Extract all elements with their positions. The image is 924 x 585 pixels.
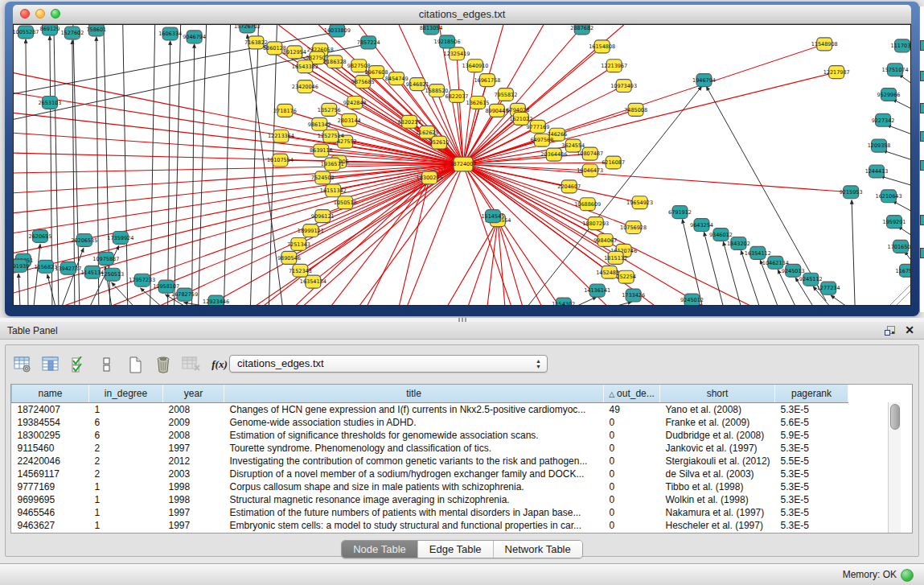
graph-edge[interactable] [576, 297, 597, 305]
graph-node[interactable]: 10055287 [14, 26, 39, 39]
graph-node[interactable]: 9643254 [690, 219, 713, 232]
graph-node[interactable]: 758601 [86, 25, 106, 36]
tab-network-table[interactable]: Network Table [494, 541, 582, 558]
table-cell[interactable]: 9463627 [12, 519, 89, 532]
graph-edge[interactable] [683, 220, 703, 305]
graph-node[interactable]: 9861342 [308, 117, 331, 130]
graph-node[interactable]: 18724007 [450, 157, 476, 171]
graph-edge[interactable] [463, 164, 511, 305]
table-cell[interactable]: Estimation of the future numbers of pati… [224, 506, 604, 519]
graph-edge[interactable] [34, 244, 40, 305]
graph-node[interactable]: 1050518 [334, 196, 357, 209]
graph-node[interactable]: 1167534 [896, 264, 910, 277]
graph-edge[interactable] [168, 41, 170, 305]
graph-node[interactable]: 10688609 [574, 198, 601, 211]
table-cell[interactable]: 18724007 [12, 403, 89, 417]
graph-node[interactable]: 1352756 [318, 103, 341, 116]
table-cell[interactable]: 9777169 [12, 480, 89, 493]
graph-node[interactable]: 9227342 [872, 113, 895, 126]
graph-edge[interactable] [704, 233, 723, 305]
network-window-titlebar[interactable]: citations_edges.txt [13, 5, 911, 24]
graph-edge[interactable] [614, 302, 632, 305]
table-cell[interactable]: 14569117 [12, 468, 89, 480]
graph-node[interactable]: 19218506 [434, 35, 461, 48]
graph-node[interactable]: 2620655 [29, 230, 52, 243]
graph-node[interactable]: 17016504 [888, 240, 910, 253]
table-cell[interactable]: Wolkin et al. (1998) [660, 493, 775, 506]
table-cell[interactable]: Changes of HCN gene expression and I(f) … [224, 403, 604, 417]
table-cell[interactable]: 1997 [163, 506, 224, 519]
graph-node[interactable]: 9096121 [311, 210, 335, 223]
table-row[interactable]: 1938455462009Genome-wide association stu… [12, 416, 848, 429]
graph-node[interactable]: 2718176 [273, 104, 297, 117]
table-cell[interactable]: 0 [604, 480, 660, 493]
graph-node[interactable]: 252254 [616, 270, 636, 283]
table-cell[interactable]: 2008 [163, 429, 224, 442]
graph-node[interactable]: 12213967 [601, 60, 627, 72]
table-cell[interactable]: 6 [89, 416, 163, 429]
table-cell[interactable]: Structural magnetic resonance image aver… [224, 493, 604, 506]
table-cell[interactable]: Investigating the contribution of common… [224, 455, 604, 468]
graph-node[interactable]: 9215953 [840, 186, 863, 199]
graph-node[interactable]: 8813054 [420, 25, 443, 35]
graph-node[interactable]: 11548908 [811, 38, 838, 51]
table-cell[interactable]: 5.9E-5 [775, 429, 848, 442]
table-vertical-scrollbar[interactable] [888, 402, 901, 533]
close-panel-icon[interactable]: ✕ [905, 324, 914, 336]
graph-node[interactable]: 1733426 [622, 289, 645, 302]
graph-edge[interactable] [141, 288, 162, 305]
table-cell[interactable]: 9115460 [12, 442, 89, 455]
table-cell[interactable]: Franke et al. (2009) [660, 416, 775, 429]
graph-node[interactable]: 10756928 [620, 221, 647, 234]
table-cell[interactable]: 5.5E-5 [775, 455, 848, 468]
graph-node[interactable]: 9245112 [799, 273, 823, 286]
float-panel-icon[interactable] [885, 325, 895, 336]
table-cell[interactable]: 0 [604, 468, 660, 480]
table-row[interactable]: 1830029562008Estimation of significance … [12, 429, 848, 442]
table-cell[interactable]: 9699695 [12, 493, 89, 506]
table-row[interactable]: 969969511998Structural magnetic resonanc… [12, 493, 848, 506]
graph-edge[interactable] [14, 73, 463, 164]
table-cell[interactable]: 1 [89, 480, 163, 493]
graph-node[interactable]: 20206535 [71, 234, 97, 247]
table-select-dropdown[interactable]: citations_edges.txt ▲▼ [229, 355, 548, 373]
table-cell[interactable]: 2 [89, 442, 163, 455]
table-cell[interactable]: Tibbo et al. (1998) [660, 480, 775, 493]
graph-node[interactable]: 891939 [14, 259, 29, 272]
table-cell[interactable]: Hescheler et al. (1997) [660, 519, 775, 532]
graph-node[interactable]: 7857224 [357, 36, 380, 49]
table-row[interactable]: 946554611997Estimation of the future num… [12, 506, 848, 519]
graph-edge[interactable] [831, 295, 847, 305]
table-cell[interactable]: de Silva et al. (2003) [660, 468, 775, 480]
graph-edge[interactable] [14, 164, 463, 233]
graph-node[interactable]: 9245013 [782, 264, 805, 277]
table-cell[interactable]: Nakamura et al. (1997) [660, 506, 775, 519]
graph-node[interactable]: 8454749 [385, 72, 409, 85]
graph-edge[interactable] [463, 164, 608, 305]
graph-node[interactable]: 7485008 [624, 103, 647, 116]
graph-node[interactable]: 2653103 [38, 96, 61, 109]
table-cell[interactable]: Estimation of significance thresholds fo… [224, 429, 604, 442]
graph-edge[interactable] [14, 32, 335, 94]
function-builder-button[interactable]: f(x) [209, 354, 230, 375]
table-cell[interactable]: 1997 [163, 519, 224, 532]
table-cell[interactable]: Jankovic et al. (1997) [660, 442, 775, 455]
graph-node[interactable]: 8990448 [485, 104, 508, 117]
row-height-button[interactable] [97, 354, 117, 375]
table-cell[interactable]: 1998 [163, 493, 224, 506]
graph-node[interactable]: 1843202 [727, 237, 750, 249]
graph-edge[interactable] [887, 125, 910, 134]
table-cell[interactable]: 2 [89, 468, 163, 480]
table-cell[interactable]: 2009 [163, 416, 224, 429]
graph-node[interactable]: 12217987 [823, 66, 850, 79]
tab-node-table[interactable]: Node Table [342, 541, 418, 558]
graph-node[interactable]: 6216087 [602, 156, 625, 169]
table-row[interactable]: 977716911998Corpus callosum shape and si… [12, 480, 848, 493]
select-all-button[interactable] [68, 354, 89, 375]
graph-node[interactable]: 8912954 [283, 46, 306, 59]
graph-node[interactable]: 1277234 [817, 282, 840, 295]
graph-node[interactable]: 1959291 [883, 216, 906, 229]
table-cell[interactable]: 0 [604, 442, 660, 455]
table-cell[interactable]: Tourette syndrome. Phenomenology and cla… [224, 442, 604, 455]
table-cell[interactable]: 1997 [163, 442, 224, 455]
